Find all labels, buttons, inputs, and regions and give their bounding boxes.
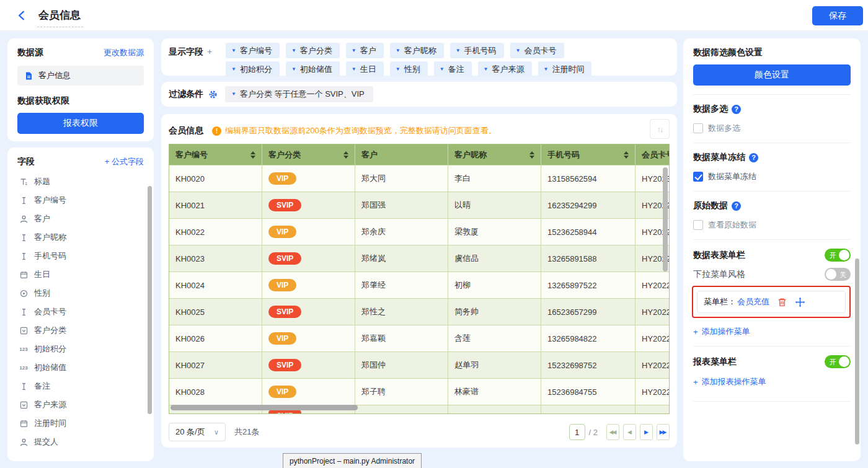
table-row[interactable]: KH0022VIP郑余庆梁敦厦15236258944HY2022 (169, 218, 670, 245)
display-field-chip[interactable]: ▼性别 (390, 61, 428, 77)
table-row[interactable]: KH0026VIP郑嘉颖含莲13265984822HY2022 (169, 325, 670, 351)
settings-scrollbar[interactable] (855, 258, 859, 444)
report-permission-button[interactable]: 报表权限 (17, 113, 144, 134)
display-field-chip[interactable]: ▼客户编号 (226, 43, 280, 58)
sort-arrows-icon[interactable] (343, 151, 348, 159)
total-count: 共21条 (234, 426, 259, 438)
table-cell: KH0027 (169, 351, 262, 378)
multi-select-checkbox[interactable] (693, 123, 703, 133)
field-item[interactable]: 客户分类 (17, 321, 144, 340)
sort-arrows-icon[interactable] (624, 151, 629, 159)
add-display-field-button[interactable]: + (207, 46, 212, 56)
field-item[interactable]: 客户昵称 (17, 228, 144, 247)
grid-horizontal-scrollbar[interactable] (170, 405, 358, 410)
move-icon[interactable] (795, 297, 805, 307)
chevron-down-icon: ▼ (231, 48, 236, 53)
change-datasource-link[interactable]: 更改数据源 (104, 47, 144, 58)
add-formula-field-link[interactable]: + 公式字段 (105, 156, 144, 167)
table-row[interactable]: KH0025SVIP郑性之简务帅16523657299HY2022 (169, 298, 670, 325)
column-header-1[interactable]: 客户编号 (169, 144, 262, 165)
chevron-down-icon: ▼ (544, 67, 549, 72)
table-row[interactable]: KH0021SVIP郑国强以晴16235294299HY2022 (169, 192, 670, 218)
chevron-down-icon: ▼ (231, 92, 236, 97)
report-menubar-toggle[interactable]: 开 (825, 355, 851, 368)
back-icon[interactable] (16, 10, 27, 21)
next-page-icon[interactable]: ▶ (640, 424, 653, 440)
grid-vertical-scrollbar[interactable] (663, 167, 668, 272)
table-row[interactable]: KH0027SVIP郑国仲赵单羽15232698752HY2022 (169, 351, 670, 378)
display-field-chip[interactable]: ▼备注 (434, 61, 472, 77)
display-field-chip[interactable]: ▼客户来源 (478, 61, 532, 77)
display-field-chip[interactable]: ▼会员卡号 (510, 43, 564, 58)
filter-condition-chip[interactable]: ▼ 客户分类 等于任意一个 SVIP、VIP (225, 86, 373, 102)
field-item[interactable]: 会员卡号 (17, 302, 144, 321)
table-cell: 郑子聘 (355, 378, 448, 405)
page-size-select[interactable]: 20 条/页 ∨ (169, 423, 226, 441)
raw-data-checkbox-row[interactable]: 查看原始数据 (693, 219, 851, 231)
field-item[interactable]: 123初始积分 (17, 340, 144, 358)
raw-data-checkbox[interactable] (693, 220, 703, 230)
sort-arrows-icon[interactable] (529, 151, 534, 159)
table-cell: 13265897522 (541, 272, 636, 298)
display-field-chip-label: 客户分类 (300, 45, 332, 56)
column-header-5[interactable]: 手机号码 (541, 144, 636, 165)
field-item[interactable]: 备注 (17, 377, 144, 395)
display-field-chip[interactable]: ▼客户 (346, 43, 384, 58)
display-field-chip[interactable]: ▼注册时间 (538, 61, 592, 77)
column-header-3[interactable]: 客户 (355, 144, 448, 165)
color-settings-button[interactable]: 颜色设置 (693, 64, 851, 86)
category-badge: VIP (268, 279, 296, 291)
table-row[interactable]: KH0024VIP郑肇经初柳13265897522HY2022 (169, 272, 670, 298)
display-field-chip[interactable]: ▼初始储值 (286, 61, 340, 77)
sort-arrows-icon[interactable] (250, 151, 255, 159)
menu-freeze-checkbox-row[interactable]: 数据菜单冻结 (693, 171, 851, 182)
table-sort-tool-icon[interactable]: ↑↓ (650, 119, 670, 139)
field-item[interactable]: 123初始储值 (17, 358, 144, 377)
field-item[interactable]: 客户编号 (17, 191, 144, 210)
field-item[interactable]: 生日 (17, 265, 144, 284)
menu-item-value[interactable]: 会员充值 (737, 296, 769, 307)
column-header-4[interactable]: 客户昵称 (448, 144, 541, 165)
help-icon[interactable]: ? (732, 201, 741, 211)
field-item[interactable]: 注册时间 (17, 414, 144, 433)
display-field-chip[interactable]: ▼生日 (346, 61, 384, 77)
datasource-item[interactable]: 客户信息 (17, 66, 144, 86)
page-number-input[interactable] (569, 424, 585, 440)
help-icon[interactable]: ? (732, 105, 741, 114)
table-row[interactable]: KH0023SVIP郑绪岚虞信品13265891588HY2022 (169, 245, 670, 272)
previous-page-icon[interactable]: ◀ (623, 424, 636, 440)
table-cell: HY2022 (636, 298, 670, 325)
field-item[interactable]: 性别 (17, 284, 144, 302)
menu-item-row[interactable]: 菜单栏： 会员充值 (697, 291, 846, 313)
display-field-chip[interactable]: ▼初始积分 (226, 61, 280, 77)
column-header-6[interactable]: 会员卡号 (636, 144, 670, 165)
add-report-action-menu-link[interactable]: + 添加报表操作菜单 (693, 376, 851, 387)
table-row[interactable]: KH0020VIP郑大同李白13158562594HY2023 (169, 165, 670, 192)
chevron-down-icon: ▼ (291, 67, 296, 72)
last-page-icon[interactable]: ▶▶ (657, 424, 670, 440)
delete-icon[interactable] (777, 297, 787, 307)
field-item[interactable]: 手机号码 (17, 247, 144, 265)
multi-select-checkbox-row[interactable]: 数据多选 (693, 123, 851, 134)
first-page-icon[interactable]: ◀◀ (606, 424, 619, 440)
fields-panel: 字段 + 公式字段 标题客户编号客户客户昵称手机号码生日性别会员卡号客户分类12… (7, 148, 154, 461)
display-field-chip[interactable]: ▼客户昵称 (390, 43, 444, 58)
field-item[interactable]: 提交人 (17, 433, 144, 451)
document-icon (24, 71, 33, 81)
fields-scrollbar[interactable] (148, 186, 152, 414)
help-icon[interactable]: ? (749, 153, 758, 162)
save-button[interactable]: 保存 (812, 6, 863, 25)
display-field-chip[interactable]: ▼手机号码 (450, 43, 504, 58)
column-header-2[interactable]: 客户分类 (262, 144, 355, 165)
display-field-chip[interactable]: ▼客户分类 (286, 43, 340, 58)
field-item[interactable]: 客户来源 (17, 395, 144, 414)
field-item[interactable]: 标题 (17, 172, 144, 191)
table-menubar-toggle[interactable]: 开 (825, 249, 851, 262)
field-item[interactable]: 客户 (17, 210, 144, 228)
filter-settings-gear-icon[interactable] (208, 90, 218, 99)
table-menubar-title: 数据表菜单栏 (693, 250, 745, 261)
table-row[interactable]: KH0028VIP郑子聘林豪谱15236984755HY2022 (169, 378, 670, 405)
dropdown-style-toggle[interactable]: 关 (825, 268, 851, 281)
menu-freeze-checkbox[interactable] (693, 172, 703, 182)
add-action-menu-link[interactable]: + 添加操作菜单 (693, 326, 851, 337)
